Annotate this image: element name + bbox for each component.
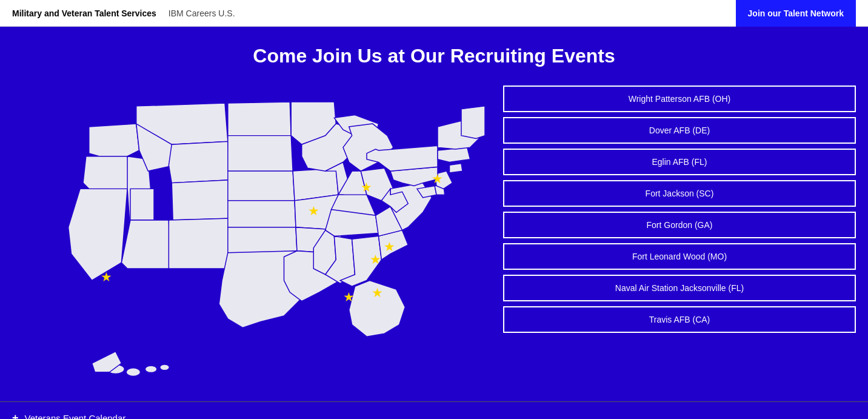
- expand-icon: +: [12, 412, 19, 419]
- svg-marker-7: [169, 141, 229, 183]
- location-item-2[interactable]: Eglin AFB (FL): [503, 149, 856, 175]
- location-item-4[interactable]: Fort Gordon (GA): [503, 212, 856, 238]
- location-list: Wright Patterson AFB (OH) Dover AFB (DE)…: [503, 79, 856, 333]
- svg-point-51: [160, 364, 170, 370]
- header-left: Military and Veteran Talent Services IBM…: [12, 8, 235, 18]
- content-area: ★ ★ ★ ★ ★ ★ ★ ★ Wright Patterson AFB (OH…: [12, 79, 856, 389]
- header: Military and Veteran Talent Services IBM…: [0, 0, 868, 27]
- star-nas-jacksonville: ★: [372, 286, 383, 300]
- location-item-0[interactable]: Wright Patterson AFB (OH): [503, 85, 856, 112]
- star-jackson: ★: [384, 240, 395, 254]
- us-map: ★ ★ ★ ★ ★ ★ ★ ★: [12, 79, 485, 387]
- svg-marker-10: [121, 220, 170, 269]
- svg-marker-47: [461, 106, 485, 139]
- svg-marker-44: [450, 163, 462, 173]
- footer-bar[interactable]: + Veterans Event Calendar: [0, 401, 868, 419]
- svg-marker-15: [228, 201, 296, 227]
- location-item-1[interactable]: Dover AFB (DE): [503, 117, 856, 144]
- svg-point-50: [145, 366, 157, 373]
- location-item-3[interactable]: Fort Jackson (SC): [503, 180, 856, 207]
- star-dover: ★: [432, 172, 443, 186]
- svg-marker-8: [172, 180, 231, 220]
- svg-marker-45: [438, 147, 470, 162]
- star-travis: ★: [101, 270, 113, 284]
- location-item-6[interactable]: Naval Air Station Jacksonville (FL): [503, 275, 856, 301]
- svg-point-49: [126, 368, 140, 377]
- star-eglin: ★: [343, 290, 355, 304]
- brand-title: Military and Veteran Talent Services: [12, 8, 156, 18]
- location-item-5[interactable]: Fort Leonard Wood (MO): [503, 243, 856, 270]
- map-container: ★ ★ ★ ★ ★ ★ ★ ★: [12, 79, 485, 389]
- svg-marker-14: [228, 171, 295, 201]
- svg-marker-16: [228, 227, 297, 254]
- star-gordon: ★: [370, 252, 381, 267]
- svg-marker-1: [89, 124, 139, 159]
- star-leonard: ★: [308, 204, 319, 218]
- header-subtitle: IBM Careers U.S.: [169, 8, 235, 18]
- svg-marker-13: [228, 136, 293, 172]
- star-wright-patterson: ★: [361, 180, 372, 195]
- location-item-7[interactable]: Travis AFB (CA): [503, 306, 856, 333]
- svg-marker-11: [169, 218, 232, 269]
- talent-network-button[interactable]: Join our Talent Network: [736, 0, 856, 27]
- page-title: Come Join Us at Our Recruiting Events: [12, 45, 856, 67]
- main-content: Come Join Us at Our Recruiting Events: [0, 27, 868, 401]
- svg-marker-2: [83, 156, 130, 192]
- svg-marker-12: [228, 102, 291, 136]
- footer-label: Veterans Event Calendar: [25, 413, 126, 419]
